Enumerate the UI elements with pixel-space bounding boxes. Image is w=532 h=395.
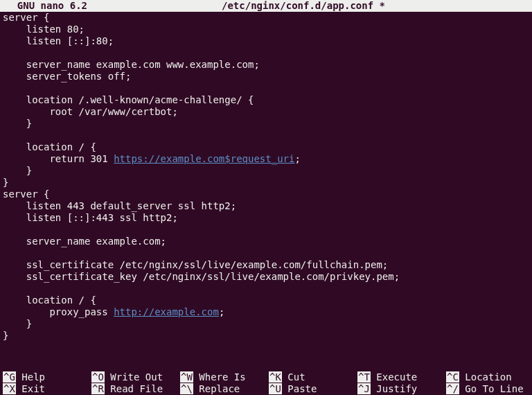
code-text: server { <box>3 188 49 200</box>
help-item[interactable]: ^X Exit <box>3 383 91 395</box>
editor-line: ssl_certificate_key /etc/nginx/ssl/live/… <box>3 271 529 283</box>
help-item[interactable]: ^J Justify <box>357 383 446 395</box>
editor-line <box>3 47 529 59</box>
url-text: https://example.com$request_uri <box>114 153 294 164</box>
editor-line <box>3 342 529 353</box>
editor-line: location / { <box>3 295 529 306</box>
shortcut-label: Read File <box>105 383 163 394</box>
shortcut-key: ^J <box>357 383 371 394</box>
help-bar: ^G Help^O Write Out^W Where Is^K Cut^T E… <box>0 371 532 395</box>
code-text: ssl_certificate_key /etc/nginx/ssl/live/… <box>3 271 400 282</box>
code-text: } <box>3 165 32 176</box>
editor-line: ssl_certificate /etc/nginx/ssl/live/exam… <box>3 259 529 271</box>
help-row-1: ^G Help^O Write Out^W Where Is^K Cut^T E… <box>3 371 529 383</box>
shortcut-label: Cut <box>282 371 305 383</box>
shortcut-label: Location <box>459 371 512 383</box>
editor-line <box>3 224 529 236</box>
file-path: /etc/nginx/conf.d/app.conf * <box>87 0 520 12</box>
editor-line <box>3 283 529 295</box>
code-text: } <box>3 330 8 341</box>
help-item[interactable]: ^\ Replace <box>180 383 269 395</box>
shortcut-label: Paste <box>282 383 317 394</box>
titlebar-right-pad <box>520 0 526 12</box>
editor-line: } <box>3 330 529 342</box>
code-text: server { <box>3 12 49 23</box>
code-text: ; <box>294 153 300 164</box>
editor-line: proxy_pass http://example.com; <box>3 306 529 318</box>
code-text: } <box>3 318 32 329</box>
code-text: listen 443 default_server ssl http2; <box>3 200 236 211</box>
editor-line: } <box>3 177 529 188</box>
editor-line: } <box>3 118 529 130</box>
help-item[interactable]: ^U Paste <box>269 383 357 395</box>
editor-area[interactable]: server { listen 80; listen [::]:80; serv… <box>0 12 532 360</box>
help-item[interactable]: ^K Cut <box>269 371 357 383</box>
code-text: location /.well-known/acme-challenge/ { <box>3 94 254 105</box>
code-text: listen [::]:443 ssl http2; <box>3 212 178 223</box>
shortcut-label: Replace <box>193 383 240 394</box>
help-item[interactable]: ^T Execute <box>357 371 446 383</box>
shortcut-key: ^W <box>180 371 193 383</box>
editor-line: server_tokens off; <box>3 71 529 82</box>
editor-line: server { <box>3 12 529 24</box>
help-row-2: ^X Exit^R Read File^\ Replace^U Paste^J … <box>3 383 529 395</box>
code-text: } <box>3 177 8 188</box>
code-text: location / { <box>3 295 96 306</box>
code-text: location / { <box>3 141 96 152</box>
titlebar: GNU nano 6.2 /etc/nginx/conf.d/app.conf … <box>0 0 532 12</box>
shortcut-key: ^X <box>3 383 16 394</box>
help-item[interactable]: ^/ Go To Line <box>446 383 532 395</box>
shortcut-label: Help <box>16 371 45 383</box>
editor-line: listen 80; <box>3 24 529 35</box>
editor-line: server_name example.com www.example.com; <box>3 59 529 71</box>
shortcut-key: ^R <box>91 383 105 394</box>
editor-line <box>3 130 529 141</box>
shortcut-label: Justify <box>371 383 417 394</box>
app-name: GNU nano 6.2 <box>6 0 87 12</box>
shortcut-key: ^C <box>446 371 459 383</box>
shortcut-key: ^O <box>91 371 105 383</box>
shortcut-key: ^K <box>269 371 282 383</box>
code-text: listen 80; <box>3 24 85 35</box>
editor-line <box>3 82 529 94</box>
help-item[interactable]: ^G Help <box>3 371 91 383</box>
url-text: http://example.com <box>114 306 219 317</box>
code-text: root /var/www/certbot; <box>3 106 178 117</box>
editor-line: } <box>3 318 529 330</box>
shortcut-key: ^\ <box>180 383 193 394</box>
shortcut-key: ^/ <box>446 383 459 394</box>
shortcut-label: Execute <box>371 371 417 383</box>
code-text: proxy_pass <box>3 306 114 317</box>
editor-line: server { <box>3 188 529 200</box>
help-item[interactable]: ^C Location <box>446 371 532 383</box>
editor-line: server_name example.com; <box>3 236 529 247</box>
code-text: server_name example.com; <box>3 236 166 247</box>
code-text: ssl_certificate /etc/nginx/ssl/live/exam… <box>3 259 388 270</box>
help-item[interactable]: ^O Write Out <box>91 371 180 383</box>
code-text: ; <box>219 306 224 317</box>
editor-line <box>3 247 529 259</box>
shortcut-key: ^U <box>269 383 282 394</box>
code-text: server_tokens off; <box>3 71 131 82</box>
editor-line: location / { <box>3 141 529 153</box>
shortcut-label: Go To Line <box>459 383 524 394</box>
editor-line: listen 443 default_server ssl http2; <box>3 200 529 212</box>
editor-line: listen [::]:443 ssl http2; <box>3 212 529 224</box>
shortcut-label: Where Is <box>193 371 246 383</box>
code-text: server_name example.com www.example.com; <box>3 59 260 70</box>
editor-line: return 301 https://example.com$request_u… <box>3 153 529 165</box>
help-item[interactable]: ^R Read File <box>91 383 180 395</box>
shortcut-key: ^G <box>3 371 16 383</box>
editor-line: } <box>3 165 529 177</box>
shortcut-label: Write Out <box>105 371 163 383</box>
help-item[interactable]: ^W Where Is <box>180 371 269 383</box>
editor-line: location /.well-known/acme-challenge/ { <box>3 94 529 106</box>
editor-line: listen [::]:80; <box>3 35 529 47</box>
code-text: } <box>3 118 32 129</box>
shortcut-key: ^T <box>357 371 371 383</box>
editor-line: root /var/www/certbot; <box>3 106 529 118</box>
code-text: return 301 <box>3 153 114 164</box>
code-text: listen [::]:80; <box>3 35 114 46</box>
shortcut-label: Exit <box>16 383 45 394</box>
